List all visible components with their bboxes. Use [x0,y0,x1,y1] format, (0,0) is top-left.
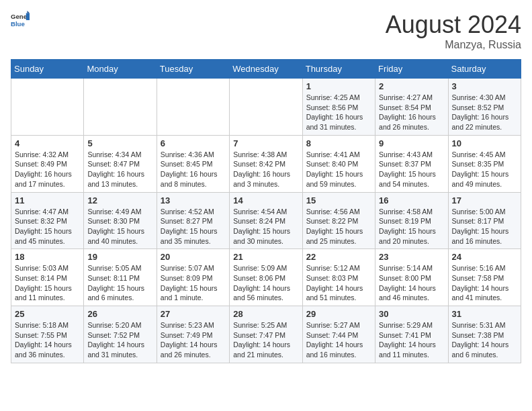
day-info: Sunrise: 4:32 AM Sunset: 8:49 PM Dayligh… [15,150,80,189]
day-number: 21 [233,252,298,262]
day-info: Sunrise: 4:54 AM Sunset: 8:24 PM Dayligh… [233,207,298,246]
calendar-cell: 5Sunrise: 4:34 AM Sunset: 8:47 PM Daylig… [84,135,157,192]
day-number: 10 [452,138,517,148]
day-info: Sunrise: 4:49 AM Sunset: 8:30 PM Dayligh… [87,207,152,246]
day-info: Sunrise: 5:23 AM Sunset: 7:49 PM Dayligh… [161,320,226,360]
day-info: Sunrise: 5:20 AM Sunset: 7:52 PM Dayligh… [87,320,152,360]
dow-wednesday: Wednesday [230,60,302,79]
calendar-cell: 15Sunrise: 4:56 AM Sunset: 8:22 PM Dayli… [302,192,375,249]
calendar-cell: 13Sunrise: 4:52 AM Sunset: 8:27 PM Dayli… [157,192,229,249]
day-info: Sunrise: 5:00 AM Sunset: 8:17 PM Dayligh… [452,207,517,246]
calendar-cell: 18Sunrise: 5:03 AM Sunset: 8:14 PM Dayli… [11,249,84,306]
day-info: Sunrise: 4:25 AM Sunset: 8:56 PM Dayligh… [306,93,371,132]
calendar-cell: 26Sunrise: 5:20 AM Sunset: 7:52 PM Dayli… [84,306,157,363]
day-info: Sunrise: 4:30 AM Sunset: 8:52 PM Dayligh… [452,93,517,132]
dow-saturday: Saturday [448,60,521,79]
day-number: 18 [15,252,80,262]
day-info: Sunrise: 4:45 AM Sunset: 8:35 PM Dayligh… [452,150,517,189]
day-number: 15 [306,195,371,205]
day-info: Sunrise: 5:14 AM Sunset: 8:00 PM Dayligh… [379,263,444,303]
day-number: 24 [452,252,517,262]
day-number: 29 [306,309,371,319]
calendar-cell: 6Sunrise: 4:36 AM Sunset: 8:45 PM Daylig… [157,135,229,192]
days-of-week-header: SundayMondayTuesdayWednesdayThursdayFrid… [11,60,521,79]
day-info: Sunrise: 5:27 AM Sunset: 7:44 PM Dayligh… [306,320,371,360]
logo: General Blue [11,11,30,30]
logo-icon: General Blue [11,11,30,30]
calendar-cell: 20Sunrise: 5:07 AM Sunset: 8:09 PM Dayli… [157,249,229,306]
day-number: 5 [87,138,152,148]
calendar-cell [230,79,302,136]
calendar-cell: 19Sunrise: 5:05 AM Sunset: 8:11 PM Dayli… [84,249,157,306]
calendar-week-4: 25Sunrise: 5:18 AM Sunset: 7:55 PM Dayli… [11,306,521,363]
day-number: 8 [306,138,371,148]
day-number: 19 [87,252,152,262]
day-number: 9 [379,138,444,148]
dow-thursday: Thursday [302,60,375,79]
day-number: 27 [161,309,226,319]
day-info: Sunrise: 4:56 AM Sunset: 8:22 PM Dayligh… [306,207,371,246]
day-number: 22 [306,252,371,262]
day-number: 6 [161,138,226,148]
calendar-cell: 7Sunrise: 4:38 AM Sunset: 8:42 PM Daylig… [230,135,302,192]
calendar-cell: 3Sunrise: 4:30 AM Sunset: 8:52 PM Daylig… [448,79,521,136]
day-number: 17 [452,195,517,205]
calendar-cell: 21Sunrise: 5:09 AM Sunset: 8:06 PM Dayli… [230,249,302,306]
day-number: 12 [87,195,152,205]
dow-tuesday: Tuesday [157,60,229,79]
calendar-week-2: 11Sunrise: 4:47 AM Sunset: 8:32 PM Dayli… [11,192,521,249]
calendar-cell: 16Sunrise: 4:58 AM Sunset: 8:19 PM Dayli… [375,192,448,249]
calendar-cell: 9Sunrise: 4:43 AM Sunset: 8:37 PM Daylig… [375,135,448,192]
day-number: 31 [452,309,517,319]
day-number: 3 [452,81,517,91]
day-info: Sunrise: 5:18 AM Sunset: 7:55 PM Dayligh… [15,320,80,360]
dow-monday: Monday [84,60,157,79]
calendar-cell: 23Sunrise: 5:14 AM Sunset: 8:00 PM Dayli… [375,249,448,306]
day-number: 2 [379,81,444,91]
dow-friday: Friday [375,60,448,79]
calendar-cell: 17Sunrise: 5:00 AM Sunset: 8:17 PM Dayli… [448,192,521,249]
day-info: Sunrise: 4:47 AM Sunset: 8:32 PM Dayligh… [15,207,80,246]
day-info: Sunrise: 5:29 AM Sunset: 7:41 PM Dayligh… [379,320,444,360]
calendar-cell: 30Sunrise: 5:29 AM Sunset: 7:41 PM Dayli… [375,306,448,363]
day-info: Sunrise: 4:58 AM Sunset: 8:19 PM Dayligh… [379,207,444,246]
calendar-cell: 10Sunrise: 4:45 AM Sunset: 8:35 PM Dayli… [448,135,521,192]
day-info: Sunrise: 5:05 AM Sunset: 8:11 PM Dayligh… [87,263,152,303]
calendar-cell: 14Sunrise: 4:54 AM Sunset: 8:24 PM Dayli… [230,192,302,249]
svg-text:Blue: Blue [11,20,25,28]
day-info: Sunrise: 5:31 AM Sunset: 7:38 PM Dayligh… [452,320,517,360]
svg-marker-2 [26,13,30,21]
calendar-cell: 31Sunrise: 5:31 AM Sunset: 7:38 PM Dayli… [448,306,521,363]
calendar-cell: 12Sunrise: 4:49 AM Sunset: 8:30 PM Dayli… [84,192,157,249]
calendar-cell [11,79,84,136]
calendar-cell: 2Sunrise: 4:27 AM Sunset: 8:54 PM Daylig… [375,79,448,136]
dow-sunday: Sunday [11,60,84,79]
day-number: 26 [87,309,152,319]
day-number: 13 [161,195,226,205]
calendar-cell: 29Sunrise: 5:27 AM Sunset: 7:44 PM Dayli… [302,306,375,363]
calendar-cell: 11Sunrise: 4:47 AM Sunset: 8:32 PM Dayli… [11,192,84,249]
day-info: Sunrise: 4:38 AM Sunset: 8:42 PM Dayligh… [233,150,298,189]
day-number: 4 [15,138,80,148]
day-info: Sunrise: 4:36 AM Sunset: 8:45 PM Dayligh… [161,150,226,189]
day-number: 7 [233,138,298,148]
calendar-body: 1Sunrise: 4:25 AM Sunset: 8:56 PM Daylig… [11,79,521,363]
day-number: 25 [15,309,80,319]
day-number: 30 [379,309,444,319]
day-info: Sunrise: 5:25 AM Sunset: 7:47 PM Dayligh… [233,320,298,360]
calendar-week-0: 1Sunrise: 4:25 AM Sunset: 8:56 PM Daylig… [11,79,521,136]
calendar-table: SundayMondayTuesdayWednesdayThursdayFrid… [11,59,521,363]
day-info: Sunrise: 5:07 AM Sunset: 8:09 PM Dayligh… [161,263,226,303]
page-header: General Blue August 2024 Manzya, Russia [11,11,521,51]
day-info: Sunrise: 4:41 AM Sunset: 8:40 PM Dayligh… [306,150,371,189]
calendar-cell [157,79,229,136]
day-info: Sunrise: 4:27 AM Sunset: 8:54 PM Dayligh… [379,93,444,132]
calendar-cell: 27Sunrise: 5:23 AM Sunset: 7:49 PM Dayli… [157,306,229,363]
svg-marker-3 [28,11,30,13]
day-number: 14 [233,195,298,205]
calendar-cell: 1Sunrise: 4:25 AM Sunset: 8:56 PM Daylig… [302,79,375,136]
month-title: August 2024 [386,11,521,39]
calendar-cell: 4Sunrise: 4:32 AM Sunset: 8:49 PM Daylig… [11,135,84,192]
day-number: 16 [379,195,444,205]
day-info: Sunrise: 5:16 AM Sunset: 7:58 PM Dayligh… [452,263,517,303]
